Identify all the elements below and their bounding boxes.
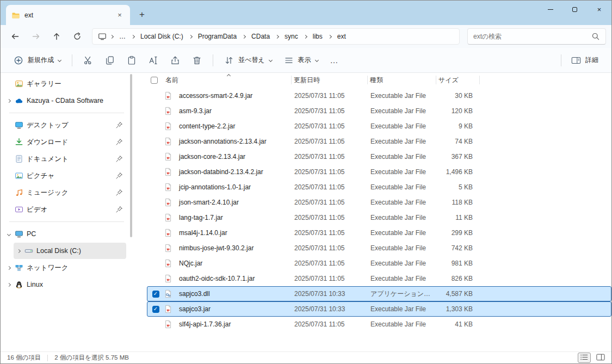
file-row[interactable]: oauth2-oidc-sdk-10.7.1.jar 2025/07/31 11…	[147, 271, 611, 286]
sidebar-item-chevron-icon[interactable]	[7, 282, 11, 286]
sidebar-item-chevron-icon[interactable]	[6, 139, 11, 145]
minimize-icon	[548, 9, 553, 10]
file-row[interactable]: ✓ sapjco3.jar 2025/07/31 10:33 Executabl…	[147, 301, 611, 317]
close-button[interactable]: ×	[587, 1, 611, 18]
column-header-date[interactable]: 更新日時	[292, 73, 368, 87]
breadcrumb-ellipsis[interactable]: …	[117, 31, 128, 42]
breadcrumb-item[interactable]: Local Disk (C:)	[138, 31, 186, 42]
view-button[interactable]: 表示	[279, 51, 324, 70]
sidebar-item-label: PC	[27, 230, 112, 238]
paste-button[interactable]	[121, 51, 142, 70]
file-row[interactable]: json-smart-2.4.10.jar 2025/07/31 11:05 E…	[147, 195, 611, 210]
rename-button[interactable]	[143, 51, 164, 70]
column-header-type[interactable]: 種類	[368, 73, 436, 87]
sidebar-item-chevron-icon[interactable]	[7, 232, 11, 236]
file-row[interactable]: nimbus-jose-jwt-9.30.2.jar 2025/07/31 11…	[147, 240, 611, 256]
sidebar-item-label: ギャラリー	[27, 79, 112, 89]
sidebar-item-chevron-icon[interactable]	[7, 266, 11, 269]
preview-pane-button[interactable]	[594, 353, 607, 363]
sidebar-item-chevron-icon[interactable]	[6, 122, 11, 128]
file-row[interactable]: ✓ sapjco3.dll 2025/07/31 10:33 アプリケーション拡…	[147, 286, 611, 301]
sidebar-item[interactable]: ダウンロード	[4, 134, 126, 150]
new-button[interactable]: 新規作成	[8, 51, 66, 70]
search-input[interactable]	[473, 33, 587, 40]
sidebar-item[interactable]: Kazuya - CData Software	[4, 92, 126, 109]
delete-button[interactable]	[187, 51, 207, 70]
downloads-icon	[15, 138, 23, 146]
file-date: 2025/07/31 11:05	[292, 244, 368, 252]
sidebar-scrollbar[interactable]	[130, 74, 132, 237]
address-bar[interactable]: … Local Disk (C:)ProgramDataCDatasynclib…	[92, 28, 460, 45]
sidebar-item-chevron-icon[interactable]	[6, 207, 11, 212]
sidebar-item[interactable]: ピクチャ	[4, 168, 126, 184]
back-button[interactable]	[6, 28, 24, 45]
sidebar-item-chevron-icon[interactable]	[6, 156, 11, 162]
file-row[interactable]: asm-9.3.jar 2025/07/31 11:05 Executable …	[147, 103, 611, 119]
row-checkbox[interactable]: ✓	[152, 306, 159, 313]
sidebar-item[interactable]: デスクトップ	[4, 117, 126, 133]
breadcrumb-item[interactable]: ProgramData	[196, 31, 239, 42]
row-checkbox[interactable]: ✓	[152, 291, 159, 298]
sidebar-item[interactable]: ギャラリー	[4, 76, 126, 92]
sidebar-item[interactable]: PC	[4, 226, 126, 242]
select-all-checkbox[interactable]	[151, 77, 158, 84]
sidebar-item-chevron-icon[interactable]	[6, 190, 11, 195]
file-row[interactable]: lang-tag-1.7.jar 2025/07/31 11:05 Execut…	[147, 210, 611, 225]
breadcrumb-item[interactable]: ext	[335, 31, 348, 42]
file-row[interactable]: NQjc.jar 2025/07/31 11:05 Executable Jar…	[147, 256, 611, 271]
maximize-button[interactable]	[562, 1, 587, 18]
details-view-button[interactable]	[578, 353, 591, 363]
file-row[interactable]: msal4j-1.14.0.jar 2025/07/31 11:05 Execu…	[147, 225, 611, 240]
file-row[interactable]: accessors-smart-2.4.9.jar 2025/07/31 11:…	[147, 88, 611, 103]
maximize-icon	[572, 7, 577, 12]
sidebar-item[interactable]: ドキュメント	[4, 151, 126, 167]
copy-button[interactable]	[100, 51, 120, 70]
file-size: 299 KB	[437, 229, 480, 237]
jar-file-icon	[164, 107, 172, 115]
new-tab-button[interactable]: +	[134, 7, 150, 22]
breadcrumb-item[interactable]: libs	[311, 31, 325, 42]
column-header-size[interactable]: サイズ	[436, 73, 480, 87]
view-button-label: 表示	[298, 55, 311, 65]
file-row[interactable]: jackson-databind-2.13.4.2.jar 2025/07/31…	[147, 164, 611, 180]
sidebar-item-chevron-icon[interactable]	[7, 98, 11, 102]
column-header-name[interactable]: 名前	[163, 73, 292, 87]
search-box[interactable]	[467, 28, 606, 45]
explorer-tab[interactable]: ext ×	[6, 5, 130, 25]
file-row[interactable]: content-type-2.2.jar 2025/07/31 11:05 Ex…	[147, 119, 611, 134]
file-row[interactable]: jackson-core-2.13.4.jar 2025/07/31 11:05…	[147, 149, 611, 164]
tab-title: ext	[24, 11, 110, 19]
file-size: 1,303 KB	[437, 305, 480, 313]
window-body: ギャラリー Kazuya - CData Software デスクトップ ダウン…	[1, 73, 611, 351]
breadcrumb-item[interactable]: CData	[249, 31, 272, 42]
sidebar-item-label: Kazuya - CData Software	[27, 97, 112, 104]
sidebar-item[interactable]: ネットワーク	[4, 260, 126, 276]
sidebar-item-chevron-icon[interactable]	[17, 249, 21, 252]
sidebar-item-chevron-icon[interactable]	[6, 81, 11, 87]
sidebar-item-chevron-icon[interactable]	[6, 173, 11, 178]
up-button[interactable]	[47, 28, 66, 45]
file-type: Executable Jar File	[368, 275, 437, 282]
share-button[interactable]	[165, 51, 186, 70]
forward-button[interactable]	[27, 28, 45, 45]
file-pane: 名前 更新日時 種類 サイズ accessors-smart-2.4.9.jar…	[134, 73, 611, 351]
file-date: 2025/07/31 10:33	[292, 305, 368, 313]
sidebar-item[interactable]: Local Disk (C:)	[14, 243, 126, 259]
file-row[interactable]: jackson-annotations-2.13.4.jar 2025/07/3…	[147, 134, 611, 149]
file-type: Executable Jar File	[368, 199, 437, 206]
breadcrumb-item[interactable]: sync	[282, 31, 300, 42]
sidebar-item[interactable]: Linux	[4, 276, 126, 293]
cut-button[interactable]	[78, 51, 98, 70]
refresh-button[interactable]	[68, 28, 86, 45]
more-options-button[interactable]: …	[325, 51, 344, 70]
file-row[interactable]: slf4j-api-1.7.36.jar 2025/07/31 11:05 Ex…	[147, 317, 611, 332]
sidebar-item[interactable]: ミュージック	[4, 184, 126, 201]
file-explorer-window: ext × + × … Local Disk (C:)ProgramDataCD…	[0, 0, 612, 364]
tab-close-icon[interactable]: ×	[115, 10, 125, 20]
file-row[interactable]: jcip-annotations-1.0-1.jar 2025/07/31 11…	[147, 180, 611, 195]
sort-button[interactable]: 並べ替え	[219, 51, 277, 70]
minimize-button[interactable]	[538, 1, 562, 18]
sidebar-item[interactable]: ビデオ	[4, 201, 126, 218]
details-pane-button[interactable]: 詳細	[566, 51, 604, 70]
jar-file-icon	[164, 274, 172, 283]
